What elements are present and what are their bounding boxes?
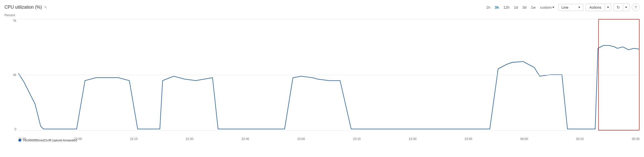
y-axis-label: Percent [4,13,15,17]
chart-type-label: Line [561,5,568,9]
time-btn-3d[interactable]: 3d [521,4,528,11]
actions-group: Actions [586,4,611,11]
y-axis: 76 38 0 [13,19,16,131]
x-tick-2230: 22:30 [186,137,194,141]
actions-dropdown-button[interactable] [605,4,611,11]
header-left: CPU utilization (%) ✎ [4,5,47,10]
refresh-group: ↻ [614,3,629,11]
chart-plot [18,19,640,131]
edit-icon[interactable]: ✎ [44,5,47,9]
y-tick-0: 0 [15,127,16,131]
time-btn-3h[interactable]: 3h [493,4,501,11]
legend-color-dot [18,139,21,142]
time-btn-1w[interactable]: 1w [529,4,537,11]
time-range-buttons: 1h 3h 12h 1d 3d 1w custom [485,4,556,11]
legend: i-0c0669f00ced21cf8 (splunk-forwarder) [18,139,77,142]
x-tick-2330: 23:30 [409,137,417,141]
widget-container: CPU utilization (%) ✎ 1h 3h 12h 1d 3d 1w… [0,0,644,157]
actions-button[interactable]: Actions [586,4,605,11]
chart-area: Percent 76 38 0 [4,13,640,142]
line-series [18,46,640,129]
y-tick-76: 76 [13,19,16,22]
x-tick-2245: 22:45 [241,137,249,141]
x-axis: 21:45 22:00 22:15 22:30 22:45 23:00 23:1… [18,137,640,141]
grid-line-top [18,19,640,19]
chart-type-select[interactable]: Line [558,4,583,11]
x-tick-0000: 00:00 [520,137,528,141]
legend-label: i-0c0669f00ced21cf8 (splunk-forwarder) [23,139,77,142]
refresh-chevron-icon [625,7,627,8]
help-button[interactable]: ? [632,3,640,11]
x-tick-2315: 23:15 [353,137,361,141]
time-btn-1h[interactable]: 1h [485,4,492,11]
actions-chevron-icon [607,7,609,8]
custom-chevron-icon [552,7,554,8]
y-tick-38: 38 [13,73,16,77]
header-controls: 1h 3h 12h 1d 3d 1w custom Line Actions [485,3,640,11]
refresh-icon: ↻ [617,5,620,9]
chart-type-chevron-icon [578,7,580,8]
x-tick-0015: 00:15 [576,137,584,141]
x-tick-2300: 23:00 [297,137,305,141]
time-btn-1d[interactable]: 1d [512,4,520,11]
grid-line-bottom [18,130,640,131]
x-tick-0030: 00:30 [632,137,640,141]
x-tick-2345: 23:45 [465,137,472,141]
header: CPU utilization (%) ✎ 1h 3h 12h 1d 3d 1w… [4,3,640,11]
refresh-button[interactable]: ↻ [614,3,623,11]
grid-line-mid [18,75,640,75]
x-tick-2215: 22:15 [130,137,138,141]
chart-title: CPU utilization (%) [4,5,42,10]
refresh-dropdown-button[interactable] [623,3,629,11]
time-btn-custom[interactable]: custom [538,4,556,11]
time-btn-12h[interactable]: 12h [502,4,511,11]
